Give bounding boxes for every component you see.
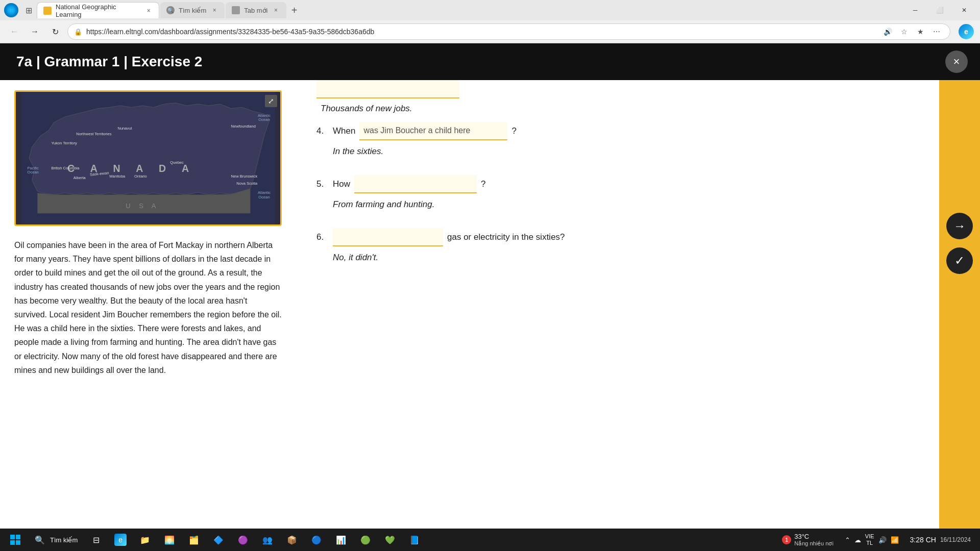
top-answer-block: Thousands of new jobs. [316, 80, 919, 114]
next-button[interactable]: → [946, 213, 973, 239]
weather-badge: 1 [782, 535, 791, 544]
refresh-button[interactable]: ↻ [47, 23, 63, 40]
svg-text:Manitoba: Manitoba [109, 174, 126, 179]
clock-time: 3:28 CH [910, 536, 936, 544]
tab-ng-label: National Geographic Learning [56, 3, 141, 18]
windows-icon [9, 534, 21, 546]
tab-grid-button[interactable]: ⊞ [21, 3, 36, 17]
edge-profile[interactable]: e [959, 24, 974, 39]
right-panel: Thousands of new jobs. 4. When ? In the … [296, 80, 939, 529]
tray-cloud-icon[interactable]: ☁ [854, 536, 861, 544]
question-5-input[interactable] [354, 175, 477, 193]
tab-new-close[interactable]: × [272, 6, 280, 14]
svg-text:Nunavut: Nunavut [117, 126, 132, 131]
weather-widget[interactable]: 1 33°C Nắng nhiều nơi [777, 531, 839, 549]
browser-chrome: 🌐 ⊞ National Geographic Learning × 🔍 Tìm… [0, 0, 980, 43]
taskbar-right: 1 33°C Nắng nhiều nơi ⌃ ☁ VIE TL 🔊 📶 3:2… [777, 531, 976, 549]
close-window-button[interactable]: ✕ [952, 2, 976, 18]
tray-network-icon[interactable]: 📶 [891, 536, 899, 544]
browser-actions: e [959, 24, 974, 39]
question-6-input[interactable] [333, 228, 443, 246]
tab-favicon-ng [43, 7, 52, 15]
svg-rect-24 [16, 540, 20, 545]
tab-favicon-new [232, 6, 240, 14]
question-6-block: 6. gas or electricity in the sixties? No… [316, 228, 919, 263]
question-5-suffix: ? [481, 179, 485, 189]
app1-taskbar[interactable]: 🌅 [158, 531, 181, 549]
maximize-button[interactable]: ⬜ [928, 2, 951, 18]
tray-speaker-icon[interactable]: 🔊 [878, 536, 887, 544]
close-exercise-button[interactable]: × [945, 51, 968, 73]
tab-search[interactable]: 🔍 Tìm kiếm × [160, 2, 225, 18]
file-explorer-taskbar[interactable]: 📁 [134, 531, 156, 549]
top-answer-input[interactable] [316, 80, 459, 98]
app7-taskbar[interactable]: 🔵 [305, 531, 328, 549]
new-tab-button[interactable]: + [287, 3, 302, 17]
svg-text:Nova Scotia: Nova Scotia [236, 181, 258, 186]
url-bar-actions: 🔊 ☆ ★ ⋯ [880, 24, 944, 39]
app3-taskbar[interactable]: 🔷 [207, 531, 230, 549]
app4-icon: 🟣 [237, 534, 249, 546]
app8-icon: 📊 [335, 534, 347, 546]
tab-new[interactable]: Tab mới × [226, 2, 286, 18]
start-button[interactable] [4, 531, 27, 549]
svg-text:Ocean: Ocean [258, 195, 270, 199]
question-4-row: 4. When ? [316, 122, 919, 140]
check-button[interactable]: ✓ [946, 247, 973, 274]
app10-icon: 💚 [384, 534, 396, 546]
svg-text:Alberta: Alberta [74, 176, 86, 180]
app11-icon: 📘 [408, 534, 421, 546]
app5-taskbar[interactable]: 👥 [256, 531, 279, 549]
app8-taskbar[interactable]: 📊 [330, 531, 352, 549]
question-6-number: 6. [316, 232, 329, 242]
clock[interactable]: 3:28 CH 16/11/2024 [905, 531, 976, 549]
app6-taskbar[interactable]: 📦 [281, 531, 303, 549]
search-label: Tìm kiếm [50, 536, 78, 544]
question-4-input[interactable] [359, 122, 507, 140]
bookmark-button[interactable]: ☆ [897, 24, 911, 39]
folder-icon: 📁 [139, 534, 151, 546]
url-bar[interactable]: 🔒 https://learn.eltngl.com/dashboard/ass… [67, 23, 950, 40]
page-header: 7a | Grammar 1 | Exercise 2 × [0, 43, 980, 80]
app5-icon: 👥 [261, 534, 274, 546]
tab-search-close[interactable]: × [210, 6, 218, 14]
more-button[interactable]: ⋯ [929, 24, 944, 39]
question-4-suffix: ? [511, 126, 516, 136]
svg-text:Quebec: Quebec [170, 160, 184, 165]
app2-taskbar[interactable]: 🗂️ [183, 531, 205, 549]
tab-ng-close[interactable]: × [145, 7, 153, 15]
svg-text:U S A: U S A [126, 202, 159, 210]
app7-icon: 🔵 [310, 534, 323, 546]
svg-text:Atlantic: Atlantic [258, 113, 271, 118]
back-button[interactable]: ← [6, 23, 22, 40]
weather-info: 33°C Nắng nhiều nơi [794, 533, 834, 547]
task-view-button[interactable]: ⊟ [85, 531, 107, 549]
minimize-button[interactable]: ─ [903, 2, 927, 18]
tab-ng[interactable]: National Geographic Learning × [37, 2, 159, 18]
svg-text:Ocean: Ocean [258, 117, 270, 122]
forward-button[interactable]: → [27, 23, 43, 40]
app10-taskbar[interactable]: 💚 [379, 531, 401, 549]
search-button[interactable]: 🔍 Tìm kiếm [29, 531, 83, 549]
app4-taskbar[interactable]: 🟣 [232, 531, 254, 549]
svg-text:Yukon Territory: Yukon Territory [51, 141, 77, 145]
svg-text:Newfoundland: Newfoundland [231, 124, 256, 129]
tray-lang[interactable]: VIE TL [865, 533, 874, 546]
edge-taskbar[interactable]: e [109, 531, 132, 549]
weather-desc: Nắng nhiều nơi [794, 540, 834, 547]
yellow-sidebar: → ✓ [939, 80, 980, 529]
read-aloud-button[interactable]: 🔊 [880, 24, 895, 39]
question-4-number: 4. [316, 126, 329, 136]
page-title: 7a | Grammar 1 | Exercise 2 [16, 54, 202, 70]
clock-date: 16/11/2024 [940, 536, 971, 543]
favorites-button[interactable]: ★ [913, 24, 927, 39]
question-5-row: 5. How ? [316, 175, 919, 193]
app6-icon: 📦 [286, 534, 298, 546]
close-icon: × [953, 55, 960, 68]
map-expand-button[interactable]: ⤢ [265, 95, 277, 107]
app11-taskbar[interactable]: 📘 [403, 531, 426, 549]
svg-rect-21 [10, 535, 15, 539]
tray-chevron[interactable]: ⌃ [845, 536, 850, 544]
question-5-block: 5. How ? From farming and hunting. [316, 175, 919, 210]
app9-taskbar[interactable]: 🟢 [354, 531, 377, 549]
